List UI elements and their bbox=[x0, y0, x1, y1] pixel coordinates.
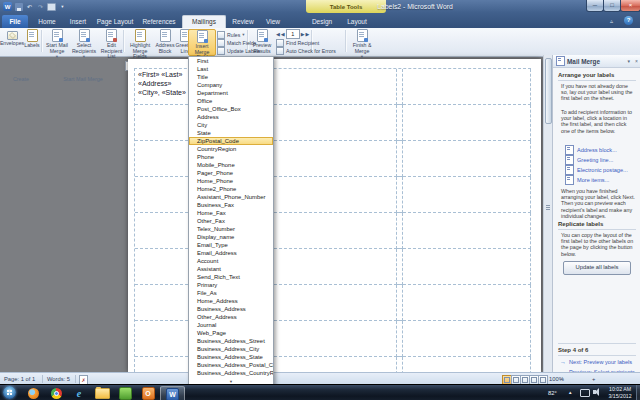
customize-qat-arrow-icon[interactable]: ▾ bbox=[58, 2, 67, 11]
merge-field-menu-item[interactable]: Email_Address bbox=[189, 249, 273, 257]
merge-field-menu-item[interactable]: Office bbox=[189, 97, 273, 105]
merge-field-menu-item[interactable]: Phone bbox=[189, 153, 273, 161]
collapse-ribbon-icon[interactable]: ▵ bbox=[610, 17, 613, 24]
first-record-icon[interactable]: ◀ bbox=[276, 31, 280, 37]
label-cell[interactable] bbox=[269, 285, 397, 321]
merge-field-menu-item[interactable]: Assistant bbox=[189, 265, 273, 273]
word-logo-icon[interactable]: W bbox=[3, 2, 12, 11]
tab-insert[interactable]: Insert bbox=[64, 15, 92, 28]
taskbar-ie-icon[interactable]: e bbox=[69, 387, 89, 400]
taskbar-chrome-icon[interactable] bbox=[46, 387, 66, 400]
insert-merge-field-button[interactable]: Insert Merge Field ▾ bbox=[188, 29, 216, 56]
pane-link[interactable]: Greeting line... bbox=[565, 155, 639, 165]
tab-references[interactable]: References bbox=[138, 15, 180, 28]
labels-button[interactable]: Labels bbox=[23, 29, 41, 54]
taskbar-libraries-icon[interactable] bbox=[92, 387, 112, 400]
merge-field-menu-item[interactable]: Business_Fax bbox=[189, 201, 273, 209]
tab-home[interactable]: Home bbox=[32, 15, 62, 28]
taskbar-word-icon-active[interactable]: W bbox=[160, 386, 185, 400]
merge-field-menu-item[interactable]: Home_Fax bbox=[189, 209, 273, 217]
redo-icon[interactable]: ↷ bbox=[36, 2, 45, 11]
merge-field-menu-item[interactable]: State bbox=[189, 129, 273, 137]
zoom-out-icon[interactable]: − bbox=[560, 376, 563, 382]
label-cell[interactable] bbox=[403, 213, 531, 249]
label-cell[interactable] bbox=[269, 177, 397, 213]
finish-merge-button[interactable]: Finish & Merge ▾ bbox=[350, 29, 374, 54]
tab-view[interactable]: View bbox=[260, 15, 286, 28]
merge-field-menu-item[interactable]: CountryRegion bbox=[189, 145, 273, 153]
rules-button[interactable]: Rules ▾ bbox=[217, 31, 245, 38]
merge-field-menu-item[interactable]: Home2_Phone bbox=[189, 185, 273, 193]
previous-record-icon[interactable]: ◀ bbox=[281, 31, 285, 37]
select-recipients-button[interactable]: Select Recipients ▾ bbox=[71, 29, 97, 54]
merge-field-menu-item[interactable]: Business_Address_State bbox=[189, 353, 273, 361]
label-cell[interactable] bbox=[403, 357, 531, 372]
merge-field-menu-item[interactable]: Other_Address bbox=[189, 313, 273, 321]
label-cell[interactable] bbox=[403, 321, 531, 357]
tray-temperature[interactable]: 82° bbox=[548, 390, 557, 396]
merge-field-menu-item[interactable]: Company bbox=[189, 81, 273, 89]
tab-review[interactable]: Review bbox=[228, 15, 258, 28]
minimize-button[interactable]: ─ bbox=[586, 0, 604, 12]
label-cell[interactable] bbox=[403, 285, 531, 321]
address-block-button[interactable]: Address Block bbox=[155, 29, 175, 54]
help-icon[interactable]: ? bbox=[624, 16, 633, 25]
undo-icon[interactable]: ↶ bbox=[25, 2, 34, 11]
merge-field-menu-item[interactable]: Home_Address bbox=[189, 297, 273, 305]
preview-results-button[interactable]: Preview Results bbox=[250, 29, 274, 54]
taskbar-outlook-icon[interactable]: O bbox=[138, 387, 158, 400]
label-cell[interactable] bbox=[403, 105, 531, 141]
merge-field-menu-item[interactable]: Account bbox=[189, 257, 273, 265]
taskbar-firefox-icon[interactable] bbox=[23, 387, 43, 400]
taskbar-clock[interactable]: 10:02 AM3/15/2012 bbox=[604, 386, 636, 399]
quick-print-icon[interactable] bbox=[47, 2, 56, 11]
scrollbar-thumb[interactable] bbox=[545, 58, 552, 124]
edit-recipient-list-button[interactable]: Edit Recipient List bbox=[98, 29, 125, 54]
merge-field-menu-item[interactable]: Pager_Phone bbox=[189, 169, 273, 177]
merge-field-menu-item[interactable]: ZipPostal_Code bbox=[189, 137, 273, 145]
tab-file[interactable]: File bbox=[2, 15, 28, 28]
merge-field-menu-item[interactable]: First bbox=[189, 57, 273, 65]
record-number-field[interactable]: 1 bbox=[286, 29, 300, 39]
label-cell[interactable] bbox=[403, 141, 531, 177]
tab-design[interactable]: Design bbox=[305, 15, 339, 28]
merge-field-menu-item[interactable]: Other_Fax bbox=[189, 217, 273, 225]
word-count[interactable]: Words: 5 bbox=[47, 376, 70, 382]
highlight-merge-fields-button[interactable]: Highlight Merge Fields bbox=[126, 29, 154, 54]
merge-field-menu-item[interactable]: City bbox=[189, 121, 273, 129]
merge-field-menu-item[interactable]: Last bbox=[189, 65, 273, 73]
label-cell[interactable] bbox=[403, 177, 531, 213]
pane-link[interactable]: More items... bbox=[565, 175, 639, 185]
update-all-labels-button[interactable]: Update all labels bbox=[563, 261, 631, 275]
merge-field-menu-item[interactable]: File_As bbox=[189, 289, 273, 297]
merge-field-menu-item[interactable]: Web_Page bbox=[189, 329, 273, 337]
merge-field-menu-item[interactable]: Address bbox=[189, 113, 273, 121]
merge-field-menu-item[interactable]: Home_Phone bbox=[189, 177, 273, 185]
merge-field-menu-item[interactable]: Journal bbox=[189, 321, 273, 329]
find-recipient-button[interactable]: Find Recipient bbox=[276, 39, 319, 46]
merge-field-menu-item[interactable]: Primary bbox=[189, 281, 273, 289]
label-cell[interactable] bbox=[269, 141, 397, 177]
merge-field-menu-item[interactable]: Post_Office_Box bbox=[189, 105, 273, 113]
tab-page-layout[interactable]: Page Layout bbox=[94, 15, 136, 28]
tab-layout[interactable]: Layout bbox=[341, 15, 373, 28]
tab-mailings[interactable]: Mailings bbox=[182, 15, 226, 29]
last-record-icon[interactable]: ▶ bbox=[306, 31, 310, 37]
merge-field-menu-item[interactable]: Email_Type bbox=[189, 241, 273, 249]
pane-link[interactable]: Address block... bbox=[565, 145, 639, 155]
merge-field-menu-item[interactable]: Department bbox=[189, 89, 273, 97]
label-cell[interactable] bbox=[269, 105, 397, 141]
zoom-in-icon[interactable]: + bbox=[592, 376, 595, 382]
label-cell[interactable] bbox=[269, 321, 397, 357]
envelopes-button[interactable]: Envelopes bbox=[2, 29, 22, 54]
merge-field-menu-item[interactable]: Mobile_Phone bbox=[189, 161, 273, 169]
merge-field-menu-item[interactable]: Telex_Number bbox=[189, 225, 273, 233]
merge-field-menu-item[interactable]: Display_name bbox=[189, 233, 273, 241]
merge-field-menu-item[interactable]: Business_Address_Postal_Code bbox=[189, 361, 273, 369]
pane-dropdown-icon[interactable]: ▾ bbox=[628, 58, 634, 64]
network-tray-icon[interactable] bbox=[580, 389, 590, 397]
volume-tray-icon[interactable] bbox=[593, 390, 596, 394]
label-cell[interactable] bbox=[269, 69, 397, 105]
maximize-button[interactable]: □ bbox=[603, 0, 621, 12]
merge-field-menu-item[interactable]: Business_Address_CountryRegion bbox=[189, 369, 273, 377]
